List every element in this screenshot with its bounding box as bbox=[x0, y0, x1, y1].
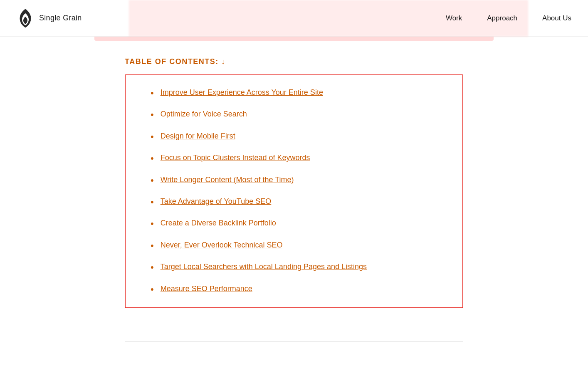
logo-text: Single Grain bbox=[39, 14, 82, 22]
toc-item-2: • Optimize for Voice Search bbox=[151, 109, 442, 120]
toc-heading: TABLE OF CONTENTS: ↓ bbox=[125, 57, 463, 66]
nav-approach[interactable]: Approach bbox=[487, 14, 517, 22]
toc-link-4[interactable]: Focus on Topic Clusters Instead of Keywo… bbox=[161, 153, 310, 163]
pink-bar bbox=[94, 37, 494, 41]
toc-item-3: • Design for Mobile First bbox=[151, 131, 442, 142]
toc-item-5: • Write Longer Content (Most of the Time… bbox=[151, 175, 442, 186]
toc-link-2[interactable]: Optimize for Voice Search bbox=[161, 109, 247, 119]
nav-work[interactable]: Work bbox=[446, 14, 462, 22]
pink-bar-wrapper bbox=[0, 37, 588, 41]
toc-item-1: • Improve User Experience Across Your En… bbox=[151, 88, 442, 99]
toc-link-10[interactable]: Measure SEO Performance bbox=[161, 284, 252, 294]
logo-icon bbox=[17, 7, 34, 29]
toc-item-4: • Focus on Topic Clusters Instead of Key… bbox=[151, 153, 442, 164]
main-content: TABLE OF CONTENTS: ↓ • Improve User Expe… bbox=[0, 41, 588, 325]
logo-area[interactable]: Single Grain bbox=[17, 7, 82, 29]
toc-link-7[interactable]: Create a Diverse Backlink Portfolio bbox=[161, 218, 276, 228]
toc-item-7: • Create a Diverse Backlink Portfolio bbox=[151, 218, 442, 229]
toc-item-10: • Measure SEO Performance bbox=[151, 284, 442, 295]
toc-heading-text: TABLE OF CONTENTS: bbox=[125, 57, 219, 66]
toc-item-9: • Target Local Searchers with Local Land… bbox=[151, 262, 442, 273]
toc-link-6[interactable]: Take Advantage of YouTube SEO bbox=[161, 197, 272, 206]
toc-list: • Improve User Experience Across Your En… bbox=[151, 88, 442, 295]
toc-down-arrow: ↓ bbox=[221, 57, 226, 66]
toc-bullet-2: • bbox=[151, 109, 154, 120]
main-nav: Work Approach About Us bbox=[446, 14, 571, 22]
toc-item-6: • Take Advantage of YouTube SEO bbox=[151, 197, 442, 208]
nav-about-us[interactable]: About Us bbox=[542, 14, 571, 22]
toc-bullet-7: • bbox=[151, 218, 154, 229]
toc-bullet-4: • bbox=[151, 153, 154, 164]
toc-bullet-9: • bbox=[151, 262, 154, 273]
toc-bullet-6: • bbox=[151, 197, 154, 208]
toc-bullet-5: • bbox=[151, 175, 154, 186]
toc-link-3[interactable]: Design for Mobile First bbox=[161, 131, 235, 141]
toc-box: • Improve User Experience Across Your En… bbox=[125, 74, 463, 308]
toc-bullet-10: • bbox=[151, 284, 154, 295]
toc-bullet-1: • bbox=[151, 88, 154, 99]
toc-link-5[interactable]: Write Longer Content (Most of the Time) bbox=[161, 175, 294, 185]
toc-bullet-8: • bbox=[151, 240, 154, 251]
toc-item-8: • Never, Ever Overlook Technical SEO bbox=[151, 240, 442, 251]
toc-link-1[interactable]: Improve User Experience Across Your Enti… bbox=[161, 88, 323, 97]
toc-link-9[interactable]: Target Local Searchers with Local Landin… bbox=[161, 262, 367, 272]
toc-link-8[interactable]: Never, Ever Overlook Technical SEO bbox=[161, 240, 283, 250]
site-header: Single Grain Work Approach About Us bbox=[0, 0, 588, 37]
toc-bullet-3: • bbox=[151, 131, 154, 142]
bottom-divider bbox=[125, 341, 463, 342]
